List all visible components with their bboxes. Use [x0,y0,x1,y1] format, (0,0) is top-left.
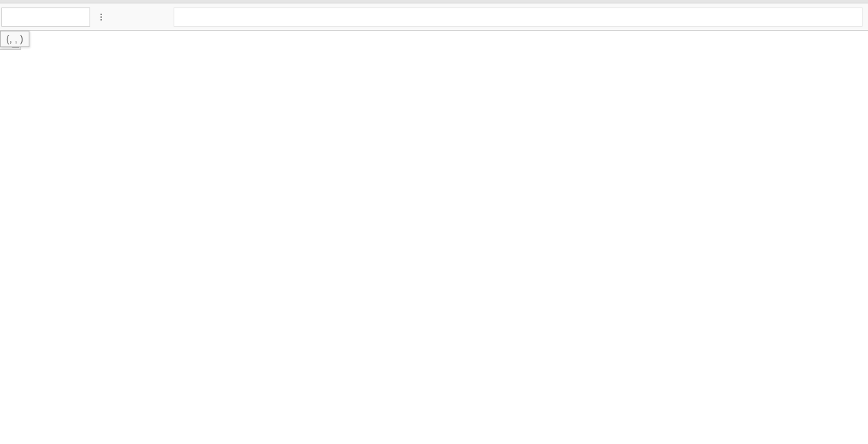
name-box[interactable] [1,8,90,27]
formula-input[interactable] [174,8,863,27]
name-box-input[interactable] [2,11,136,23]
formula-bar [0,3,868,31]
worksheet[interactable]: (, , ) [0,31,868,444]
function-tooltip: (, , ) [0,31,29,47]
